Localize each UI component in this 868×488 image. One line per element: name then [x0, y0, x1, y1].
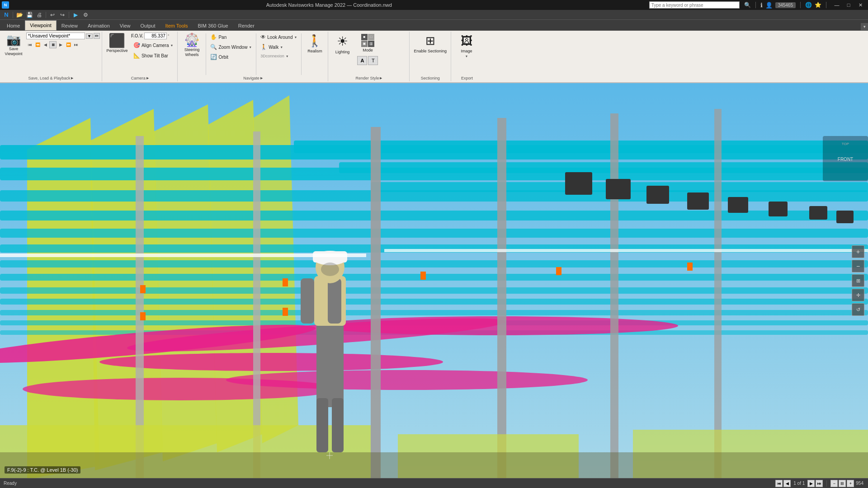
options-button[interactable]: ⚙: [81, 11, 90, 19]
user-badge: 345465: [775, 2, 796, 8]
zoom-in-viewport-button[interactable]: +: [852, 245, 864, 258]
tab-bim360[interactable]: BIM 360 Glue: [193, 20, 233, 30]
enable-sectioning-button[interactable]: ⊞ Enable Sectioning: [411, 33, 449, 55]
align-camera-button[interactable]: 🎯 Align Camera ▼: [131, 41, 176, 50]
sep-2: [256, 33, 256, 75]
playback-end-button[interactable]: ⏭: [72, 41, 80, 48]
search-input[interactable]: [649, 1, 740, 9]
walk-button[interactable]: 🚶 Walk ▼: [258, 42, 299, 52]
enable-sectioning-icon: ⊞: [425, 34, 435, 48]
walk-icon: 🚶: [260, 44, 267, 50]
view-cube[interactable]: FRONT TOP: [823, 136, 868, 181]
tab-viewpoint[interactable]: Viewpoint: [25, 20, 57, 30]
tab-output[interactable]: Output: [136, 20, 160, 30]
svg-rect-61: [728, 197, 748, 213]
lighting-button[interactable]: ☀ Lighting: [330, 33, 354, 56]
mode-icon: ■ □ ▣ ▥: [361, 34, 374, 47]
open-button[interactable]: 📂: [15, 11, 24, 19]
pan-button[interactable]: ✋ Pan: [208, 33, 254, 42]
viewport[interactable]: FRONT TOP F.9(-2)-9 : T.C. @ Level 1B (-…: [0, 83, 868, 478]
app-menu-button[interactable]: N: [2, 11, 11, 19]
group-camera: ⬛ Perspective F.O.V. ° 🎯 Align Camera ▼: [102, 32, 178, 81]
viewpoint-edit-btn[interactable]: ✏: [94, 33, 100, 39]
svg-rect-28: [371, 127, 381, 478]
look-around-button[interactable]: 👁 Look Around ▼: [258, 33, 299, 42]
image-button[interactable]: 🖼 Image ▼: [453, 33, 480, 59]
viewpoint-dropdown-btn[interactable]: ▼: [86, 33, 93, 39]
svg-point-24: [226, 370, 588, 390]
zoom-out-status-button[interactable]: −: [830, 480, 838, 487]
steering-wheels-button[interactable]: 🎡 SteeringWheels: [179, 33, 204, 59]
page-last-button[interactable]: ⏭: [816, 480, 823, 487]
tab-item-tools-label: Item Tools: [165, 23, 188, 28]
zoom-window-button[interactable]: 🔍 Zoom Window ▼: [208, 42, 254, 52]
print-button[interactable]: 🖨: [35, 11, 44, 19]
threedconnexion-button[interactable]: 3Dconnexion ▼: [258, 52, 299, 60]
tab-home-label: Home: [7, 23, 20, 28]
orbit-button[interactable]: 🔄 Orbit: [208, 52, 254, 61]
show-tilt-bar-button[interactable]: 📐 Show Tilt Bar: [131, 51, 176, 60]
perspective-label: Perspective: [106, 48, 127, 53]
tab-home[interactable]: Home: [2, 20, 25, 30]
threedconnexion-label: 3Dconnexion: [260, 54, 284, 58]
group-sectioning-label[interactable]: Sectioning: [411, 76, 449, 80]
playback-back-button[interactable]: ◀: [42, 41, 49, 48]
threedconnexion-dropdown-icon: ▼: [286, 55, 289, 58]
svg-rect-64: [836, 211, 854, 223]
group-save-load-label[interactable]: Save, Load & Playback ▶: [2, 76, 100, 80]
undo-button[interactable]: ↩: [48, 11, 57, 19]
zoom-fit-status-button[interactable]: ⊞: [839, 480, 846, 487]
redo-button[interactable]: ↪: [58, 11, 67, 19]
save-button[interactable]: 💾: [25, 11, 34, 19]
mode-button[interactable]: ■ □ ▣ ▥ Mode: [355, 33, 380, 54]
maximize-button[interactable]: □: [843, 1, 854, 9]
pan-viewport-button[interactable]: ✛: [852, 289, 864, 301]
svg-rect-46: [316, 398, 328, 452]
show-tilt-bar-icon: 📐: [133, 52, 140, 59]
group-render-style-label[interactable]: Render Style ▶: [330, 76, 407, 80]
page-next-button[interactable]: ▶: [807, 480, 815, 487]
select-button[interactable]: ▶: [71, 11, 80, 19]
realism-button[interactable]: 🚶 Realism: [303, 33, 326, 55]
perspective-button[interactable]: ⬛ Perspective: [104, 33, 130, 55]
playback-next-button[interactable]: ⏩: [65, 41, 72, 48]
group-sectioning-content: ⊞ Enable Sectioning: [411, 33, 449, 76]
tab-review[interactable]: Review: [57, 20, 83, 30]
group-export-label[interactable]: Export: [453, 76, 481, 80]
svg-rect-38: [316, 317, 344, 407]
user-icon: 👤: [765, 2, 773, 9]
help-icon[interactable]: ℹ: [760, 2, 763, 9]
rotate-viewport-button[interactable]: ↺: [852, 303, 864, 316]
group-camera-label[interactable]: Camera ▶: [104, 76, 176, 80]
group-navigate-label[interactable]: Navigate ▶: [179, 76, 326, 80]
ribbon-tabs: Home Viewpoint Review Animation View Out…: [0, 20, 868, 31]
group-navigate-content: 🎡 SteeringWheels ✋ Pan 🔍 Zoom Window ▼: [179, 33, 326, 76]
zoom-dropdown-icon: ▼: [249, 46, 252, 49]
fit-all-button[interactable]: ⊞: [852, 274, 864, 287]
page-first-button[interactable]: ⏮: [775, 480, 783, 487]
text-style-T-button[interactable]: T: [368, 56, 378, 65]
playback-prev-button[interactable]: ⏪: [34, 41, 41, 48]
fov-input[interactable]: [144, 33, 167, 39]
status-text: Ready: [4, 481, 17, 486]
zoom-in-status-button[interactable]: +: [847, 480, 854, 487]
page-prev-button[interactable]: ◀: [783, 480, 791, 487]
playback-stop-button[interactable]: ⏹: [49, 41, 57, 48]
text-style-A-button[interactable]: A: [357, 56, 367, 65]
tab-view[interactable]: View: [115, 20, 136, 30]
ribbon-collapse-button[interactable]: ▾: [861, 23, 868, 30]
save-viewpoint-button[interactable]: 📷 SaveViewpoint: [2, 33, 25, 58]
playback-start-button[interactable]: ⏮: [26, 41, 33, 48]
viewpoint-selector[interactable]: ▼ ✏: [26, 33, 100, 39]
playback-play-button[interactable]: ▶: [57, 41, 64, 48]
close-button[interactable]: ✕: [854, 1, 866, 9]
tab-render[interactable]: Render: [233, 20, 259, 30]
title-left: N: [2, 1, 9, 9]
minimize-button[interactable]: —: [831, 1, 843, 9]
tab-animation[interactable]: Animation: [83, 20, 115, 30]
app-title: Autodesk Navisworks Manage 2022 — Coordi…: [266, 2, 392, 8]
zoom-window-icon: 🔍: [210, 44, 217, 50]
tab-item-tools[interactable]: Item Tools: [160, 20, 193, 30]
viewpoint-input[interactable]: [26, 33, 85, 39]
zoom-out-viewport-button[interactable]: −: [852, 260, 864, 272]
